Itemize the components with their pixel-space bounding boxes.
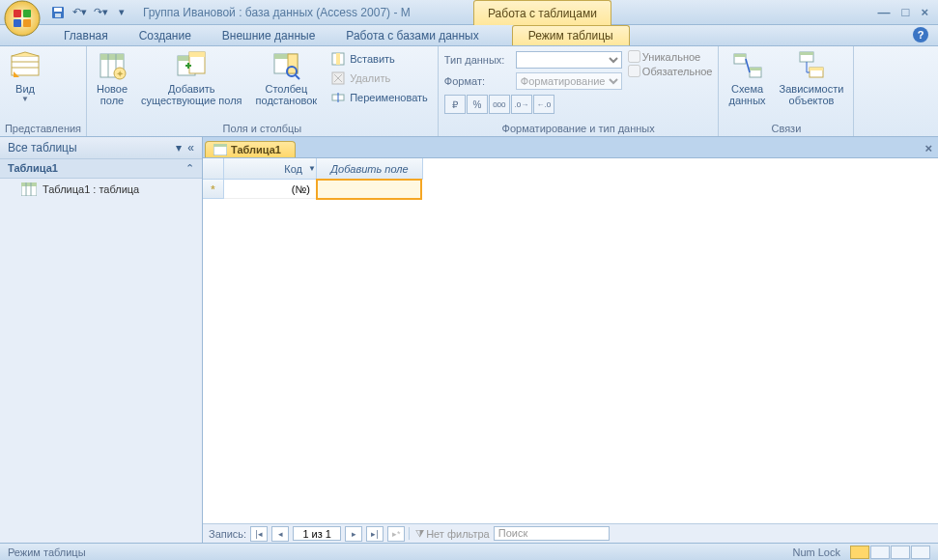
search-box[interactable]: Поиск	[494, 526, 610, 541]
increase-decimals-icon[interactable]: .0→	[511, 95, 532, 114]
delete-icon	[330, 70, 346, 86]
nav-title-text: Все таблицы	[8, 141, 77, 154]
status-mode: Режим таблицы	[8, 546, 86, 558]
datasheet-view-icon	[10, 50, 41, 81]
percent-icon[interactable]: %	[467, 95, 488, 114]
dropdown-icon[interactable]: ▼	[308, 164, 316, 173]
relationships-button[interactable]: Схема данных	[723, 48, 771, 108]
tab-create[interactable]: Создание	[124, 26, 207, 45]
column-header-id-label: Код	[284, 163, 302, 175]
cell-add-field[interactable]	[316, 179, 422, 200]
add-existing-label: Добавить существующие поля	[141, 83, 242, 106]
document-tabs: Таблица1 ×	[203, 137, 938, 158]
nav-title-bar[interactable]: Все таблицы ▾«	[0, 137, 202, 159]
svg-rect-34	[734, 54, 746, 57]
nav-dropdown-icon[interactable]: ▾	[176, 141, 182, 154]
add-existing-button[interactable]: Добавить существующие поля	[135, 48, 248, 108]
svg-line-37	[746, 59, 750, 72]
ribbon: Вид ▼ Представления ✦ Новое поле Добавит…	[0, 46, 938, 137]
tab-home[interactable]: Главная	[48, 26, 124, 45]
undo-icon[interactable]: ↶▾	[70, 3, 89, 22]
close-button[interactable]: ×	[921, 5, 928, 19]
svg-rect-6	[54, 8, 62, 12]
window-controls: — □ ×	[878, 5, 928, 19]
svg-rect-3	[14, 19, 21, 27]
data-type-select[interactable]	[516, 51, 622, 69]
save-icon[interactable]	[48, 3, 68, 22]
doc-close-button[interactable]: ×	[924, 141, 932, 155]
relationships-label: Схема данных	[728, 83, 765, 106]
svg-rect-1	[14, 10, 21, 17]
first-record-button[interactable]: |◂	[250, 526, 268, 542]
nav-item-table1[interactable]: Таблица1 : таблица	[0, 179, 202, 200]
design-view-btn[interactable]	[911, 546, 930, 559]
filter-indicator[interactable]: ⧩Нет фильтра	[409, 527, 490, 540]
office-button[interactable]	[4, 0, 41, 37]
maximize-button[interactable]: □	[902, 5, 910, 19]
data-type-label: Тип данных:	[444, 54, 512, 66]
datasheet-row-new: * (№)	[203, 180, 938, 199]
record-navigator: Запись: |◂ ◂ ▸ ▸| ▸* ⧩Нет фильтра Поиск	[203, 523, 938, 543]
number-format-toolbar: ₽ % 000 .0→ ←.0	[444, 95, 622, 114]
group-formatting: Тип данных: Формат:Форматирование ₽ % 00…	[439, 46, 720, 136]
nav-collapse-icon[interactable]: «	[187, 141, 194, 154]
pivot-table-view-btn[interactable]	[870, 546, 890, 559]
column-header-id[interactable]: Код ▼	[224, 158, 317, 180]
help-button[interactable]: ?	[913, 27, 928, 42]
required-checkbox[interactable]	[628, 65, 640, 77]
status-numlock: Num Lock	[792, 546, 840, 558]
view-button[interactable]: Вид ▼	[4, 48, 46, 105]
row-selector-new[interactable]: *	[203, 180, 224, 199]
group-formatting-label: Форматирование и тип данных	[442, 121, 715, 136]
last-record-button[interactable]: ▸|	[366, 526, 384, 542]
redo-icon[interactable]: ↷▾	[91, 3, 110, 22]
rename-button[interactable]: Переименовать	[327, 89, 432, 106]
status-bar: Режим таблицы Num Lock	[0, 543, 938, 560]
lookup-column-button[interactable]: Столбец подстановок	[250, 48, 324, 108]
svg-line-25	[296, 75, 299, 79]
next-record-button[interactable]: ▸	[345, 526, 362, 542]
tab-external-data[interactable]: Внешние данные	[207, 26, 331, 45]
title-bar: ↶▾ ↷▾ ▾ Группа Ивановой : база данных (A…	[0, 0, 938, 25]
column-header-add[interactable]: Добавить поле	[317, 158, 423, 180]
minimize-button[interactable]: —	[878, 5, 891, 19]
record-position-input[interactable]	[293, 526, 341, 541]
new-record-button[interactable]: ▸*	[387, 526, 405, 542]
quick-access-toolbar: ↶▾ ↷▾ ▾	[48, 3, 131, 22]
format-select[interactable]: Форматирование	[516, 72, 622, 90]
nav-item-label: Таблица1 : таблица	[43, 183, 139, 195]
group-fields: ✦ Новое поле Добавить существующие поля …	[87, 46, 439, 136]
svg-point-0	[5, 1, 40, 36]
nav-group-collapse-icon[interactable]: ⌃	[185, 162, 194, 175]
decrease-decimals-icon[interactable]: ←.0	[533, 95, 554, 114]
pivot-chart-view-btn[interactable]	[891, 546, 910, 559]
nav-group-header[interactable]: Таблица1 ⌃	[0, 159, 202, 179]
new-field-icon: ✦	[97, 50, 128, 81]
dependencies-icon	[796, 50, 827, 81]
currency-icon[interactable]: ₽	[444, 95, 466, 114]
insert-button[interactable]: Вставить	[327, 50, 432, 68]
insert-icon	[330, 51, 346, 67]
group-views-label: Представления	[4, 121, 82, 136]
svg-rect-7	[55, 14, 61, 17]
tab-datasheet[interactable]: Режим таблицы	[512, 25, 630, 45]
dependencies-button[interactable]: Зависимости объектов	[774, 48, 850, 108]
rename-icon	[330, 90, 346, 105]
unique-checkbox[interactable]	[628, 50, 640, 63]
qat-customize-icon[interactable]: ▾	[112, 3, 131, 22]
navigation-pane: Все таблицы ▾« Таблица1 ⌃ Таблица1 : таб…	[0, 137, 203, 543]
required-label: Обязательное	[642, 66, 713, 77]
delete-button[interactable]: Удалить	[327, 70, 432, 87]
datasheet-view-btn[interactable]	[850, 546, 869, 559]
add-existing-icon	[176, 50, 207, 81]
prev-record-button[interactable]: ◂	[271, 526, 289, 542]
select-all-cell[interactable]	[203, 158, 224, 180]
new-field-button[interactable]: ✦ Новое поле	[91, 48, 133, 108]
filter-label: Нет фильтра	[426, 528, 490, 540]
cell-id[interactable]: (№)	[224, 180, 317, 199]
tab-database-tools[interactable]: Работа с базами данных	[330, 26, 494, 45]
view-switcher	[850, 546, 930, 559]
format-label: Формат:	[444, 75, 512, 87]
doc-tab-table1[interactable]: Таблица1	[205, 141, 296, 157]
thousands-icon[interactable]: 000	[489, 95, 510, 114]
